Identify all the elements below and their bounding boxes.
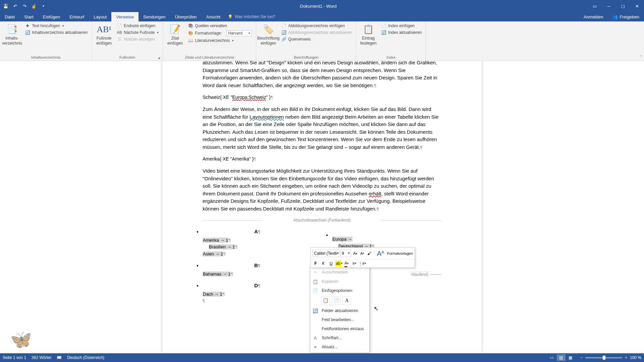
show-notes-button: ☰Notizen anzeigen [115, 36, 160, 42]
tab-design[interactable]: Entwurf [65, 12, 89, 21]
context-menu: ✂Ausschneiden 📋Kopieren 📄Einfügeoptionen… [310, 267, 370, 353]
paste-merge-formatting[interactable]: 📄 [332, 296, 340, 305]
ctx-cut: ✂Ausschneiden [310, 268, 369, 277]
sign-in-link[interactable]: Anmelden [579, 12, 608, 21]
ctx-font[interactable]: ASchriftart... [310, 334, 369, 343]
collapse-ribbon-button[interactable]: ˄ [640, 55, 642, 59]
update-icon: 🔄 [25, 30, 30, 35]
footnotes-launcher-icon[interactable]: ◢ [158, 56, 160, 59]
tab-review[interactable]: Überprüfen [170, 12, 202, 21]
paste-text-only[interactable]: A [342, 296, 351, 305]
zoom-in-button[interactable]: + [625, 355, 627, 360]
style-icon: 🎨 [188, 31, 193, 36]
insert-footnote-button[interactable]: AB¹ Fußnote einfügen [95, 23, 113, 46]
ctx-edit-field[interactable]: Feld bearbeiten... [310, 315, 369, 324]
mini-size-dropdown[interactable]: 9▾ [340, 250, 351, 257]
italic-icon[interactable]: K [320, 260, 326, 266]
tab-mailings[interactable]: Sendungen [139, 12, 170, 21]
insert-citation-button[interactable]: 📝 Zitat einfügen [166, 23, 184, 46]
close-button[interactable]: ✕ [630, 0, 644, 12]
styles-icon[interactable]: Aᴬ [376, 249, 385, 258]
tab-layout[interactable]: Layout [89, 12, 111, 21]
paste-keep-formatting[interactable]: 📋 [321, 296, 330, 305]
next-footnote-icon: AB [117, 30, 122, 35]
cross-reference-button[interactable]: 🔗Querverweis [280, 36, 353, 42]
add-text-button[interactable]: ✚Text hinzufügen▾ [23, 23, 89, 29]
grow-font-icon[interactable]: A▴ [352, 250, 358, 256]
status-language[interactable]: Deutsch (Österreich) [67, 355, 104, 360]
show-notes-icon: ☰ [117, 37, 122, 42]
insert-index-button[interactable]: 📄Index einfügen [380, 23, 423, 29]
zoom-out-button[interactable]: − [580, 355, 583, 360]
manage-sources-button[interactable]: 📚Quellen verwalten [186, 23, 253, 29]
bold-icon[interactable]: F [313, 260, 319, 266]
font-color-icon[interactable]: A▾ [343, 260, 350, 266]
table-of-contents-button[interactable]: 📑 Inhalts- verzeichnis [3, 23, 21, 46]
xe-field-amerika[interactable]: Amerika{·XE "Amerika" } [203, 156, 441, 163]
tab-references[interactable]: Verweise [111, 12, 139, 21]
citation-style-dropdown[interactable]: 🎨Formatvorlage: Harvard▾ [186, 29, 253, 37]
numbering-icon[interactable]: ⋮≡▾ [359, 260, 365, 266]
ctx-toggle-field-codes[interactable]: Feldfunktionen ein/aus [310, 324, 369, 334]
status-word-count[interactable]: 362 Wörter [32, 355, 51, 360]
paste-icon: 📄 [312, 288, 318, 294]
save-icon[interactable]: 💾 [2, 2, 9, 10]
undo-icon[interactable]: ↶ [11, 2, 19, 10]
index-column-left[interactable]: •A Amerika → 1 Brasilien → 1 Asien → 1 •… [203, 228, 312, 305]
paragraph[interactable]: Video bietet eine leistungsstarke Möglic… [203, 167, 441, 213]
mini-font-dropdown[interactable]: Calibri (Textk▾ [313, 250, 339, 257]
bullets-icon[interactable]: ≡▾ [351, 260, 357, 266]
manage-sources-icon: 📚 [188, 23, 193, 28]
view-web-layout[interactable]: ▦ [566, 354, 575, 361]
touch-mode-icon[interactable]: ☝ [30, 2, 38, 10]
mini-styles-label[interactable]: Formatvorlagen [387, 251, 413, 256]
xe-field-schweiz[interactable]: Schweiz{·XE "Europa:Schweiz" } [203, 94, 441, 101]
ribbon-options-icon[interactable]: ▭ [588, 0, 602, 12]
zoom-slider-thumb[interactable] [603, 356, 605, 360]
endnote-icon: 📄 [117, 23, 122, 28]
paragraph[interactable]: Zum Ändern der Weise, in der sich ein Bi… [203, 106, 441, 151]
qat-customize-icon[interactable]: ▾ [40, 2, 47, 10]
group-label-captions: Beschriftungen [259, 55, 353, 60]
ctx-paste-label: 📄Einfügeoptionen: [310, 286, 369, 296]
update-figures-icon: 🔄 [281, 30, 286, 35]
minimize-button[interactable]: ─ [602, 0, 616, 12]
add-text-icon: ✚ [25, 23, 30, 28]
share-button[interactable]: 👥Freigeben [608, 12, 644, 21]
shrink-font-icon[interactable]: A▾ [359, 250, 365, 256]
highlight-icon[interactable]: ab▾ [336, 260, 342, 266]
paragraph[interactable]: abzustimmen. Wenn Sie auf "Design" klick… [203, 61, 441, 89]
mark-entry-button[interactable]: 📋 Eintrag festlegen [359, 23, 378, 46]
zoom-slider[interactable] [585, 357, 622, 358]
redo-icon[interactable]: ↷ [21, 2, 28, 10]
citation-icon: 📝 [170, 24, 180, 35]
bibliography-button[interactable]: 📖Literaturverzeichnis▾ [186, 38, 253, 44]
update-toc-button[interactable]: 🔄Inhaltsverzeichnis aktualisieren [23, 29, 89, 36]
view-read-mode[interactable]: ▭ [547, 354, 556, 361]
group-label-footnotes: Fußnoten◢ [95, 55, 160, 60]
tab-view[interactable]: Ansicht [202, 12, 225, 21]
update-fields-icon: 🔄 [312, 308, 318, 314]
zoom-level[interactable]: 100 % [630, 355, 641, 360]
update-index-icon: 🔄 [381, 30, 386, 35]
next-footnote-button[interactable]: ABNächste Fußnote▾ [115, 29, 160, 36]
update-index-button[interactable]: 🔄Index aktualisieren [380, 29, 423, 36]
ctx-update-fields[interactable]: 🔄Felder aktualisieren [310, 306, 369, 316]
status-proofing-icon[interactable]: 📖 [57, 355, 62, 360]
format-painter-icon[interactable]: 🖌 [366, 250, 372, 256]
maximize-button[interactable]: ◻ [616, 0, 630, 12]
view-print-layout[interactable]: ▤ [557, 354, 566, 361]
document-canvas[interactable]: abzustimmen. Wenn Sie auf "Design" klick… [0, 61, 644, 353]
tab-home[interactable]: Start [19, 12, 38, 21]
status-page[interactable]: Seite 1 von 1 [3, 355, 26, 360]
underline-icon[interactable]: U [328, 260, 334, 266]
insert-figures-button[interactable]: 📄Abbildungsverzeichnis einfügen [280, 23, 353, 29]
insert-caption-button[interactable]: 🏷️ Beschriftung einfügen [259, 23, 278, 46]
ctx-paragraph[interactable]: ≡Absatz... [310, 343, 369, 352]
insert-endnote-button[interactable]: 📄Endnote einfügen [115, 23, 160, 29]
watermark-logo-icon: 🦋 [10, 329, 32, 350]
tell-me-search[interactable]: 💡Was möchten Sie tun? [225, 12, 278, 21]
tab-insert[interactable]: Einfügen [38, 12, 65, 21]
paragraph-dialog-icon: ≡ [312, 344, 318, 351]
tab-file[interactable]: Datei [0, 12, 19, 21]
